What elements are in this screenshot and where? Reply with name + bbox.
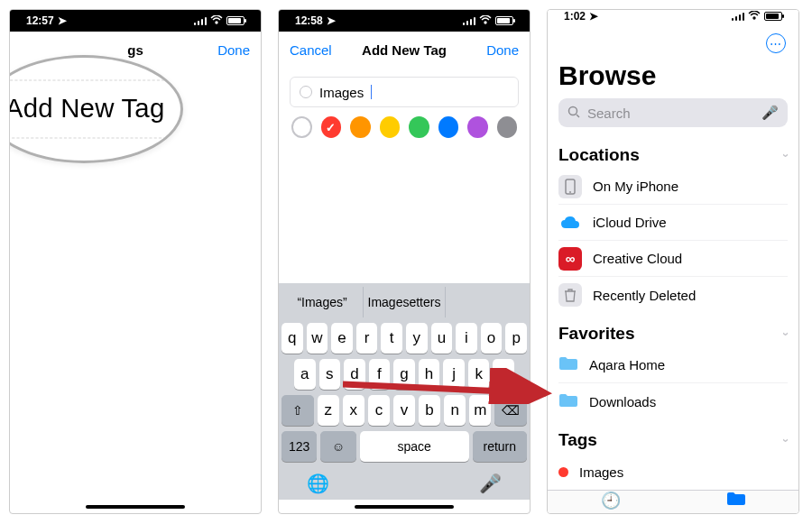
home-indicator[interactable]: [86, 505, 185, 509]
key-y[interactable]: y: [406, 323, 428, 354]
battery-icon: [764, 12, 782, 21]
wifi-icon: [210, 14, 223, 27]
done-button[interactable]: Done: [486, 42, 519, 58]
key-f[interactable]: f: [369, 359, 391, 390]
key-e[interactable]: e: [331, 323, 353, 354]
tag-name-field[interactable]: Images: [290, 77, 519, 107]
emoji-key[interactable]: ☺: [320, 431, 355, 462]
search-field[interactable]: Search 🎤: [558, 98, 788, 127]
status-time: 12:58: [295, 14, 323, 27]
tab-browse[interactable]: Browse: [673, 491, 798, 514]
color-option-purple[interactable]: [467, 116, 487, 138]
key-v[interactable]: v: [393, 395, 415, 426]
home-indicator[interactable]: [355, 505, 454, 509]
key-u[interactable]: u: [431, 323, 453, 354]
color-option-blue[interactable]: [438, 116, 458, 138]
location-recently-deleted[interactable]: Recently Deleted: [558, 277, 788, 313]
color-option-gray[interactable]: [497, 116, 517, 138]
shift-key[interactable]: ⇧: [281, 395, 314, 426]
key-s[interactable]: s: [319, 359, 341, 390]
checkmark-icon: ✓: [326, 121, 336, 134]
tag-name-value: Images: [319, 85, 364, 100]
key-i[interactable]: i: [456, 323, 477, 354]
cancel-button[interactable]: Cancel: [290, 42, 332, 58]
key-g[interactable]: g: [393, 359, 415, 390]
done-button[interactable]: Done: [217, 42, 250, 58]
wifi-icon: [479, 14, 492, 27]
keyboard-row-2: asdfghjkl: [281, 359, 527, 390]
key-j[interactable]: j: [443, 359, 465, 390]
color-option-red[interactable]: ✓: [321, 116, 341, 138]
battery-icon: [495, 16, 513, 25]
tab-recents[interactable]: 🕘 Recents: [548, 491, 673, 514]
tags-section-header[interactable]: Tags ›: [558, 430, 788, 450]
dictation-icon[interactable]: 🎤: [761, 105, 779, 121]
tag-images[interactable]: Images: [558, 454, 788, 490]
key-p[interactable]: p: [505, 323, 527, 354]
color-option-none[interactable]: [291, 116, 312, 138]
software-keyboard: “Images”Imagesetters qwertyuiop asdfghjk…: [279, 283, 530, 500]
key-k[interactable]: k: [468, 359, 490, 390]
keyboard-row-3-letters: zxcvbnm: [318, 395, 492, 426]
status-bar: 1:02 ➤: [548, 10, 798, 23]
keyboard-row-3: ⇧ zxcvbnm ⌫: [281, 395, 527, 426]
dictation-icon[interactable]: 🎤: [479, 473, 502, 494]
color-option-green[interactable]: [409, 116, 429, 138]
browse-content: ⋯ Browse Search 🎤 Locations › On My iPho…: [548, 23, 798, 490]
search-placeholder: Search: [587, 106, 754, 121]
key-q[interactable]: q: [281, 323, 303, 354]
chevron-down-icon: ›: [779, 332, 792, 336]
key-m[interactable]: m: [469, 395, 491, 426]
phone-screenshot-3: 1:02 ➤ ⋯ Browse Search 🎤 Locations › On …: [547, 9, 799, 514]
location-icloud-drive[interactable]: iCloud Drive: [558, 205, 788, 241]
key-h[interactable]: h: [419, 359, 440, 390]
keyboard-row-4: 123 ☺ space return: [281, 431, 527, 462]
search-icon: [567, 106, 580, 121]
key-c[interactable]: c: [368, 395, 390, 426]
key-a[interactable]: a: [294, 359, 316, 390]
key-n[interactable]: n: [444, 395, 466, 426]
location-creative-cloud[interactable]: ∞Creative Cloud: [558, 241, 788, 277]
backspace-key[interactable]: ⌫: [494, 395, 527, 426]
globe-icon[interactable]: 🌐: [307, 473, 329, 494]
prediction-suggestion[interactable]: Imagesetters: [364, 287, 446, 317]
prediction-suggestion[interactable]: “Images”: [281, 287, 364, 317]
key-t[interactable]: t: [381, 323, 402, 354]
content-spacer: [279, 149, 530, 283]
color-option-yellow[interactable]: [380, 116, 400, 138]
keyboard-bottom-row: 🌐 🎤: [281, 467, 527, 494]
status-bar: 12:58 ➤: [279, 10, 530, 32]
key-w[interactable]: w: [307, 323, 328, 354]
locations-title: Locations: [558, 145, 640, 165]
svg-point-4: [569, 191, 571, 193]
phone-screenshot-2: 12:58 ➤ Cancel Add New Tag Done Images ✓…: [278, 9, 531, 514]
tab-bar: 🕘 Recents Browse: [548, 490, 798, 514]
folder-icon: [558, 391, 578, 412]
key-r[interactable]: r: [356, 323, 378, 354]
chevron-down-icon: ›: [779, 153, 792, 157]
key-z[interactable]: z: [318, 395, 339, 426]
key-o[interactable]: o: [481, 323, 503, 354]
locations-section-header[interactable]: Locations ›: [558, 145, 788, 165]
favorite-aqara-home[interactable]: Aqara Home: [558, 347, 788, 383]
more-options-button[interactable]: ⋯: [766, 33, 786, 53]
key-d[interactable]: d: [344, 359, 365, 390]
return-key[interactable]: return: [473, 431, 527, 462]
location-on-my-iphone[interactable]: On My iPhone: [558, 169, 788, 205]
status-time: 12:57: [26, 14, 54, 27]
page-title: Browse: [558, 60, 788, 91]
numbers-key[interactable]: 123: [281, 431, 317, 462]
key-b[interactable]: b: [419, 395, 440, 426]
favorites-title: Favorites: [558, 324, 634, 344]
svg-point-1: [569, 106, 577, 115]
tags-list: Images: [558, 454, 788, 490]
list-item-label: Downloads: [589, 394, 656, 409]
key-l[interactable]: l: [493, 359, 514, 390]
prediction-suggestion[interactable]: [446, 287, 527, 317]
key-x[interactable]: x: [343, 395, 364, 426]
phone-screenshot-1: 12:57 ➤ gs Done Add New Tag: [9, 9, 262, 514]
color-option-orange[interactable]: [350, 116, 370, 138]
favorites-section-header[interactable]: Favorites ›: [558, 324, 788, 344]
space-key[interactable]: space: [360, 431, 469, 462]
favorite-downloads[interactable]: Downloads: [558, 383, 788, 419]
